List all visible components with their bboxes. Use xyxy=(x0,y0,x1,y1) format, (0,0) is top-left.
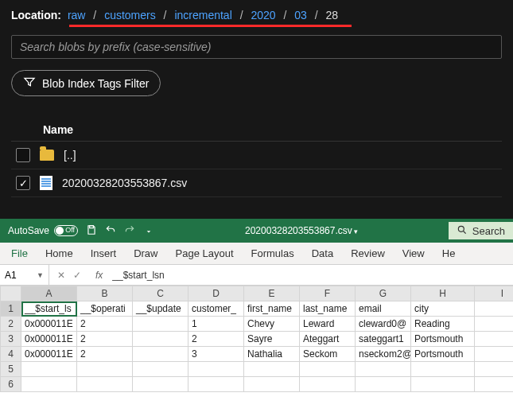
cell[interactable]: Portsmouth xyxy=(411,332,475,347)
cell[interactable] xyxy=(188,377,244,392)
tab-draw[interactable]: Draw xyxy=(134,247,157,259)
col-header[interactable]: G xyxy=(356,286,411,301)
cell[interactable]: 2 xyxy=(77,317,133,332)
cell[interactable] xyxy=(77,362,133,377)
formula-value[interactable]: __$start_lsn xyxy=(109,270,167,281)
tab-data[interactable]: Data xyxy=(312,247,333,259)
cell[interactable] xyxy=(475,332,514,347)
cell[interactable]: Leward xyxy=(300,317,356,332)
cell[interactable]: Portsmouth xyxy=(411,347,475,362)
cell[interactable]: Chevy xyxy=(244,317,300,332)
cell[interactable] xyxy=(475,317,514,332)
name-box[interactable]: A1 ▼ xyxy=(0,265,49,285)
col-header[interactable]: C xyxy=(133,286,188,301)
cell[interactable] xyxy=(475,301,514,317)
row-header[interactable]: 1 xyxy=(1,301,21,317)
customize-qat-icon[interactable] xyxy=(143,224,154,238)
cell[interactable]: last_name xyxy=(300,301,356,317)
cell[interactable] xyxy=(356,377,411,392)
search-input[interactable] xyxy=(11,35,502,59)
cancel-icon[interactable]: ✕ xyxy=(57,270,65,281)
tab-help[interactable]: He xyxy=(442,247,456,259)
cell[interactable] xyxy=(133,362,188,377)
crumb-raw[interactable]: raw xyxy=(68,9,86,21)
row-header[interactable]: 6 xyxy=(1,377,21,392)
tab-insert[interactable]: Insert xyxy=(91,247,117,259)
cell[interactable] xyxy=(21,377,77,392)
cell[interactable] xyxy=(77,377,133,392)
cell[interactable]: email xyxy=(356,301,411,317)
crumb-03[interactable]: 03 xyxy=(294,9,307,21)
cell[interactable] xyxy=(188,362,244,377)
cell[interactable]: Nathalia xyxy=(244,347,300,362)
crumb-2020[interactable]: 2020 xyxy=(251,9,275,21)
cell[interactable]: 1 xyxy=(188,317,244,332)
spreadsheet-grid[interactable]: A B C D E F G H I 1__$start_ls__$operati… xyxy=(0,286,513,392)
row-header[interactable]: 4 xyxy=(1,347,21,362)
cell[interactable]: Reading xyxy=(411,317,475,332)
cell[interactable] xyxy=(475,362,514,377)
cell[interactable] xyxy=(133,377,188,392)
cell[interactable]: Sayre xyxy=(244,332,300,347)
cell[interactable]: city xyxy=(411,301,475,317)
list-item[interactable]: [..] xyxy=(11,142,502,169)
cell[interactable]: 0x000011E xyxy=(21,317,77,332)
cell[interactable] xyxy=(244,362,300,377)
cell[interactable]: Seckom xyxy=(300,347,356,362)
cell[interactable] xyxy=(133,317,188,332)
cell[interactable] xyxy=(133,347,188,362)
cell[interactable] xyxy=(300,377,356,392)
blob-index-filter-button[interactable]: Blob Index Tags Filter xyxy=(11,70,161,96)
cell[interactable]: 0x000011E xyxy=(21,347,77,362)
cell[interactable]: __$start_ls xyxy=(21,301,77,317)
undo-icon[interactable] xyxy=(105,224,116,238)
cell[interactable] xyxy=(244,377,300,392)
cell[interactable]: 2 xyxy=(188,332,244,347)
row-checkbox[interactable] xyxy=(16,176,30,190)
cell[interactable]: sateggart1 xyxy=(356,332,411,347)
cell[interactable] xyxy=(411,362,475,377)
search-button[interactable]: Search xyxy=(449,222,513,239)
tab-view[interactable]: View xyxy=(402,247,425,259)
chevron-down-icon[interactable]: ▾ xyxy=(354,228,358,235)
autosave-toggle[interactable]: AutoSave Off xyxy=(8,225,78,236)
fx-icon[interactable]: fx xyxy=(89,270,109,281)
tab-file[interactable]: File xyxy=(11,247,28,259)
row-header[interactable]: 5 xyxy=(1,362,21,377)
col-header[interactable]: F xyxy=(300,286,356,301)
col-header[interactable]: B xyxy=(77,286,133,301)
cell[interactable] xyxy=(411,377,475,392)
cell[interactable]: 2 xyxy=(77,347,133,362)
tab-formulas[interactable]: Formulas xyxy=(251,247,294,259)
cell[interactable] xyxy=(475,377,514,392)
cell[interactable] xyxy=(21,362,77,377)
tab-home[interactable]: Home xyxy=(45,247,73,259)
cell[interactable] xyxy=(356,362,411,377)
tab-page-layout[interactable]: Page Layout xyxy=(176,247,234,259)
select-all-corner[interactable] xyxy=(1,286,21,301)
cell[interactable] xyxy=(475,347,514,362)
list-item[interactable]: 20200328203553867.csv xyxy=(11,169,502,197)
cell[interactable] xyxy=(300,362,356,377)
tab-review[interactable]: Review xyxy=(351,247,385,259)
cell[interactable]: Ateggart xyxy=(300,332,356,347)
cell[interactable]: 2 xyxy=(77,332,133,347)
row-header[interactable]: 3 xyxy=(1,332,21,347)
cell[interactable]: __$operati xyxy=(77,301,133,317)
cell[interactable]: 0x000011E xyxy=(21,332,77,347)
col-header[interactable]: E xyxy=(244,286,300,301)
chevron-down-icon[interactable]: ▼ xyxy=(37,271,44,279)
crumb-customers[interactable]: customers xyxy=(104,9,156,21)
cell[interactable] xyxy=(133,332,188,347)
cell[interactable]: cleward0@ xyxy=(356,317,411,332)
redo-icon[interactable] xyxy=(124,224,135,238)
cell[interactable]: first_name xyxy=(244,301,300,317)
row-header[interactable]: 2 xyxy=(1,317,21,332)
col-header[interactable]: A xyxy=(21,286,77,301)
col-header[interactable]: I xyxy=(475,286,514,301)
enter-icon[interactable]: ✓ xyxy=(73,270,81,281)
cell[interactable]: __$update xyxy=(133,301,188,317)
col-header[interactable]: D xyxy=(188,286,244,301)
cell[interactable]: nseckom2@ xyxy=(356,347,411,362)
crumb-incremental[interactable]: incremental xyxy=(174,9,231,21)
